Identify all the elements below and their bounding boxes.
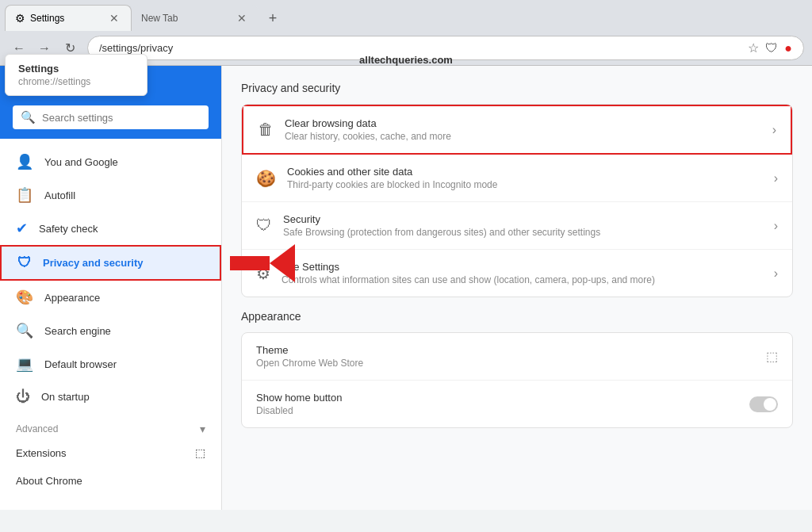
privacy-card: 🗑 Clear browsing data Clear history, coo…: [241, 104, 793, 297]
sidebar-item-autofill[interactable]: 📋 Autofill: [0, 178, 221, 212]
sidebar-label-default-browser: Default browser: [44, 358, 117, 370]
browser-icon: 💻: [16, 355, 33, 373]
sidebar-item-you-and-google[interactable]: 👤 You and Google: [0, 145, 221, 178]
home-button-toggle[interactable]: [749, 396, 778, 412]
safety-icon: ✔: [16, 220, 28, 237]
site-settings-title: Site Settings: [282, 261, 763, 273]
appearance-card: Theme Open Chrome Web Store ⬚ Show home …: [241, 332, 793, 428]
sidebar-label-on-startup: On startup: [41, 391, 90, 403]
external-link-icon-theme: ⬚: [766, 349, 778, 364]
sidebar-item-appearance[interactable]: 🎨 Appearance: [0, 281, 221, 314]
person-icon: 👤: [16, 153, 33, 170]
tab-settings[interactable]: ⚙ Settings ✕: [5, 5, 132, 31]
settings-tooltip: Settings chrome://settings: [5, 54, 147, 96]
pocket-icon[interactable]: 🛡: [765, 41, 778, 55]
extensions-label: Extensions: [16, 447, 67, 459]
cookies-row[interactable]: 🍪 Cookies and other site data Third-part…: [242, 155, 792, 202]
site-settings-row[interactable]: ⚙ Site Settings Controls what informatio…: [242, 250, 792, 297]
sidebar-item-on-startup[interactable]: ⏻ On startup: [0, 381, 221, 413]
privacy-section-title: Privacy and security: [241, 82, 793, 94]
settings-tab-label: Settings: [30, 13, 64, 24]
account-icon[interactable]: ●: [784, 41, 792, 55]
sidebar-label-safety-check: Safety check: [39, 223, 98, 235]
clear-browsing-title: Clear browsing data: [285, 117, 761, 129]
chevron-right-site: ›: [774, 266, 778, 281]
search-engine-icon: 🔍: [16, 322, 33, 339]
cookies-subtitle: Third-party cookies are blocked in Incog…: [287, 179, 763, 190]
advanced-section[interactable]: Advanced ▾: [0, 413, 221, 438]
tab-newtab[interactable]: New Tab ✕: [132, 6, 259, 31]
external-link-icon: ⬚: [195, 446, 205, 459]
sidebar-label-autofill: Autofill: [44, 189, 75, 201]
tab-close-settings[interactable]: ✕: [107, 11, 121, 25]
about-chrome-label: About Chrome: [16, 475, 82, 487]
clear-browsing-subtitle: Clear history, cookies, cache, and more: [285, 131, 761, 142]
tab-close-newtab[interactable]: ✕: [235, 11, 249, 25]
chevron-right-icon: ›: [772, 123, 776, 137]
home-button-row[interactable]: Show home button Disabled: [242, 381, 792, 427]
advanced-label: Advanced: [16, 423, 58, 434]
sidebar-item-about-chrome[interactable]: About Chrome: [0, 467, 221, 495]
trash-icon: 🗑: [258, 121, 274, 139]
sidebar-item-privacy-security[interactable]: 🛡 Privacy and security: [0, 245, 221, 281]
tooltip-title: Settings: [18, 63, 134, 75]
sidebar-label-appearance: Appearance: [44, 292, 100, 304]
sidebar-label-search-engine: Search engine: [44, 325, 111, 337]
appearance-section-title: Appearance: [241, 310, 793, 323]
address-bar[interactable]: /settings/privacy ☆ 🛡 ●: [87, 36, 804, 60]
site-settings-subtitle: Controls what information sites can use …: [282, 274, 763, 285]
appearance-icon: 🎨: [16, 289, 33, 306]
bookmark-icon[interactable]: ☆: [748, 40, 759, 55]
theme-subtitle: Open Chrome Web Store: [256, 358, 755, 369]
search-bar-container: 🔍: [0, 105, 221, 139]
home-button-title: Show home button: [256, 392, 738, 404]
startup-icon: ⏻: [16, 388, 30, 405]
sidebar-item-extensions[interactable]: Extensions ⬚: [0, 438, 221, 467]
security-subtitle: Safe Browsing (protection from dangerous…: [283, 227, 763, 238]
security-icon: 🛡: [256, 216, 272, 235]
home-button-subtitle: Disabled: [256, 405, 738, 416]
sidebar-item-default-browser[interactable]: 💻 Default browser: [0, 347, 221, 381]
chevron-right-cookies: ›: [774, 171, 778, 186]
security-title: Security: [283, 213, 763, 225]
sidebar-item-safety-check[interactable]: ✔ Safety check: [0, 212, 221, 245]
sidebar: Settings 🔍 👤 You and Google 📋 Autofill: [0, 66, 222, 510]
sidebar-nav: 👤 You and Google 📋 Autofill ✔ Safety che…: [0, 139, 221, 501]
clear-browsing-row[interactable]: 🗑 Clear browsing data Clear history, coo…: [242, 105, 792, 155]
theme-row[interactable]: Theme Open Chrome Web Store ⬚: [242, 333, 792, 381]
new-tab-button[interactable]: +: [262, 7, 284, 29]
cookies-icon: 🍪: [256, 169, 276, 188]
chevron-right-security: ›: [774, 219, 778, 233]
newtab-tab-label: New Tab: [141, 13, 178, 24]
address-text: /settings/privacy: [99, 42, 741, 54]
sidebar-item-search-engine[interactable]: 🔍 Search engine: [0, 314, 221, 347]
privacy-shield-icon: 🛡: [17, 255, 32, 271]
theme-title: Theme: [256, 344, 755, 356]
chevron-down-icon: ▾: [200, 423, 205, 435]
sidebar-label-privacy-security: Privacy and security: [43, 257, 143, 269]
cookies-title: Cookies and other site data: [287, 166, 763, 178]
tooltip-subtitle: chrome://settings: [18, 76, 134, 87]
sidebar-label-you-and-google: You and Google: [44, 156, 118, 168]
security-row[interactable]: 🛡 Security Safe Browsing (protection fro…: [242, 202, 792, 250]
search-input[interactable]: [42, 112, 201, 124]
search-icon: 🔍: [21, 110, 36, 124]
toggle-knob: [764, 398, 776, 411]
autofill-icon: 📋: [16, 186, 33, 204]
main-content: Privacy and security 🗑 Clear browsing da…: [222, 66, 812, 510]
settings-tab-icon: ⚙: [15, 12, 25, 25]
